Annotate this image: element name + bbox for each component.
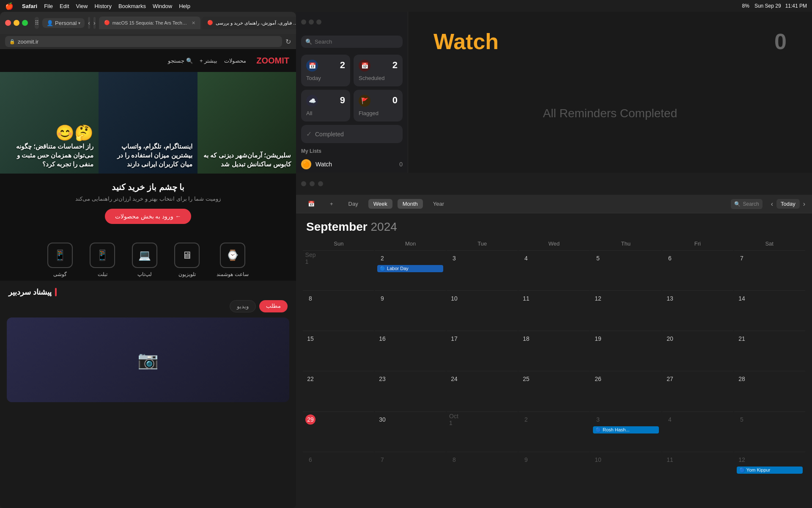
content-tab-video[interactable]: ویدیو (230, 300, 256, 312)
reminders-search[interactable]: 🔍 (301, 36, 403, 48)
fullscreen-button[interactable] (22, 20, 28, 26)
nav-more[interactable]: بیشتر + (200, 58, 217, 64)
cal-cell-sep30[interactable]: 30 (375, 411, 446, 451)
cal-cell-sep24[interactable]: 24 (447, 371, 518, 410)
rem-card-all[interactable]: ☁️ 9 All (301, 90, 350, 121)
sidebar-toggle[interactable]: ⠿ (35, 17, 39, 29)
cal-today-btn[interactable]: Today (776, 199, 800, 209)
cal-cell-oct4[interactable]: 4 (662, 411, 733, 451)
rem-fullscreen-btn[interactable] (316, 19, 321, 25)
hero-item-2[interactable]: اینستاگرام، تلگرام، واتساپ بیشترین میزان… (99, 72, 197, 174)
promo-button[interactable]: ← ورود به بخش محصولات (105, 209, 192, 224)
cat-smartwatch[interactable]: ⌚ ساعت هوشمند (217, 243, 248, 277)
cal-cell-sep10[interactable]: 10 (447, 290, 518, 330)
nav-products[interactable]: محصولات (224, 58, 246, 64)
tab-close-1[interactable]: ✕ (192, 20, 195, 26)
close-button[interactable] (5, 20, 11, 26)
cal-cell-sep6[interactable]: 6 (662, 250, 733, 290)
cal-next-btn[interactable]: › (803, 200, 805, 208)
cal-cell-sep4[interactable]: 4 (518, 250, 590, 290)
cal-cell-oct11[interactable]: 11 (662, 452, 733, 491)
rem-card-scheduled[interactable]: 📅 2 Scheduled (354, 55, 403, 86)
cal-cell-sep3[interactable]: 3 (447, 250, 518, 290)
cat-laptop[interactable]: 💻 لپ‌تاپ (132, 243, 157, 277)
cal-fullscreen-btn[interactable] (318, 181, 323, 186)
cal-cell-oct3[interactable]: 3 🔵 Rosh Hash... (590, 411, 661, 451)
cal-close-btn[interactable] (301, 181, 306, 186)
menubar-bookmarks[interactable]: Bookmarks (118, 3, 146, 9)
cal-cell-sep23[interactable]: 23 (375, 371, 446, 410)
cal-minimize-btn[interactable] (310, 181, 315, 186)
event-yom-kippur[interactable]: 🔵 Yom Kippur (737, 467, 803, 474)
search-input[interactable] (315, 39, 398, 45)
add-event-btn[interactable]: + (325, 199, 338, 209)
cal-cell-oct2[interactable]: 2 (518, 411, 590, 451)
menubar-file[interactable]: File (44, 3, 53, 9)
cal-cell-sep18[interactable]: 18 (518, 331, 590, 370)
rem-minimize-btn[interactable] (309, 19, 314, 25)
tab-1[interactable]: 🔴 macOS 15 Sequoia: The Ars Technica rev… (99, 17, 200, 29)
menubar-window[interactable]: Window (153, 3, 172, 9)
cal-cell-sep22[interactable]: 22 (303, 371, 374, 410)
cal-cell-sep14[interactable]: 14 (734, 290, 805, 330)
event-labor-day[interactable]: 🔵 Labor Day (377, 265, 443, 272)
cal-cell-sep11[interactable]: 11 (518, 290, 590, 330)
hero-item-1[interactable]: 😊🤔 راز احساسات متناقض؛ چگونه می‌توان همز… (0, 72, 99, 174)
rem-list-watch[interactable]: 🟠 Watch 0 (296, 156, 408, 173)
cal-cell-sep21[interactable]: 21 (734, 331, 805, 370)
menubar-history[interactable]: History (94, 3, 111, 9)
cal-cell-sep27[interactable]: 27 (662, 371, 733, 410)
rem-completed-row[interactable]: ✓ Completed (301, 125, 403, 143)
cat-tablet[interactable]: 📱 تبلت (90, 243, 115, 277)
cal-view-month[interactable]: Month (398, 199, 423, 209)
event-rosh-hashanah[interactable]: 🔵 Rosh Hash... (593, 426, 659, 433)
reload-button[interactable]: ↻ (285, 38, 291, 46)
cal-cell-sep29-today[interactable]: 29 (303, 411, 374, 451)
cal-cell-sep9[interactable]: 9 (375, 290, 446, 330)
content-tab-article[interactable]: مطلب (259, 300, 288, 312)
profile-selector[interactable]: 👤 Personal ▾ (42, 18, 85, 28)
cal-cell-oct9[interactable]: 9 (518, 452, 590, 491)
cal-cell-sep13[interactable]: 13 (662, 290, 733, 330)
cal-prev-btn[interactable]: ‹ (771, 200, 773, 208)
cal-cell-oct10[interactable]: 10 (590, 452, 661, 491)
forward-button[interactable]: › (93, 17, 96, 29)
cal-cell-sep19[interactable]: 19 (590, 331, 661, 370)
cal-icon-btn[interactable]: 📅 (303, 199, 320, 209)
cal-cell-oct7[interactable]: 7 (375, 452, 446, 491)
cal-view-year[interactable]: Year (428, 199, 449, 209)
rem-close-btn[interactable] (301, 19, 306, 25)
cal-cell-sep7[interactable]: 7 (734, 250, 805, 290)
cal-cell-oct6[interactable]: 6 (303, 452, 374, 491)
menubar-view[interactable]: View (76, 3, 88, 9)
cal-view-day[interactable]: Day (343, 199, 363, 209)
hero-item-3[interactable]: سلبریشن؛ آرمان‌شهر دیزنی که به کابوس ساک… (198, 72, 296, 174)
minimize-button[interactable] (14, 20, 19, 26)
cal-cell-sep12[interactable]: 12 (590, 290, 661, 330)
address-bar[interactable]: 🔒 zoomit.ir (5, 36, 282, 47)
cal-cell-sep15[interactable]: 15 (303, 331, 374, 370)
cal-cell-sep26[interactable]: 26 (590, 371, 661, 410)
cal-cell-sep16[interactable]: 16 (375, 331, 446, 370)
cal-cell-sep5[interactable]: 5 (590, 250, 661, 290)
cal-cell-sep25[interactable]: 25 (518, 371, 590, 410)
nav-search[interactable]: 🔍 جستجو (168, 58, 193, 64)
tab-2[interactable]: 🔴 زومیت | اخبار فناوری، آموزش، راهنمای خ… (202, 17, 296, 29)
cal-cell-sep17[interactable]: 17 (447, 331, 518, 370)
cal-cell-sep2[interactable]: 2 🔵 Labor Day (375, 250, 446, 290)
cal-view-week[interactable]: Week (368, 199, 392, 209)
rem-card-today[interactable]: 📅 2 Today (301, 55, 350, 86)
rem-card-flagged[interactable]: 🚩 0 Flagged (354, 90, 403, 121)
cal-cell-sep8[interactable]: 8 (303, 290, 374, 330)
calendar-search[interactable]: 🔍 Search (731, 199, 763, 209)
back-button[interactable]: ‹ (88, 17, 90, 29)
cat-phone[interactable]: 📱 گوشی (47, 243, 73, 277)
menubar-safari[interactable]: Safari (22, 3, 37, 9)
cal-cell-sep20[interactable]: 20 (662, 331, 733, 370)
cal-cell-sep1[interactable]: Sep 1 (303, 250, 374, 290)
menubar-help[interactable]: Help (179, 3, 190, 9)
apple-menu[interactable]: 🍎 (5, 2, 14, 10)
cat-tv[interactable]: 🖥 تلویزیون (174, 243, 200, 277)
cal-cell-oct8[interactable]: 8 (447, 452, 518, 491)
cal-cell-oct1[interactable]: Oct 1 (447, 411, 518, 451)
